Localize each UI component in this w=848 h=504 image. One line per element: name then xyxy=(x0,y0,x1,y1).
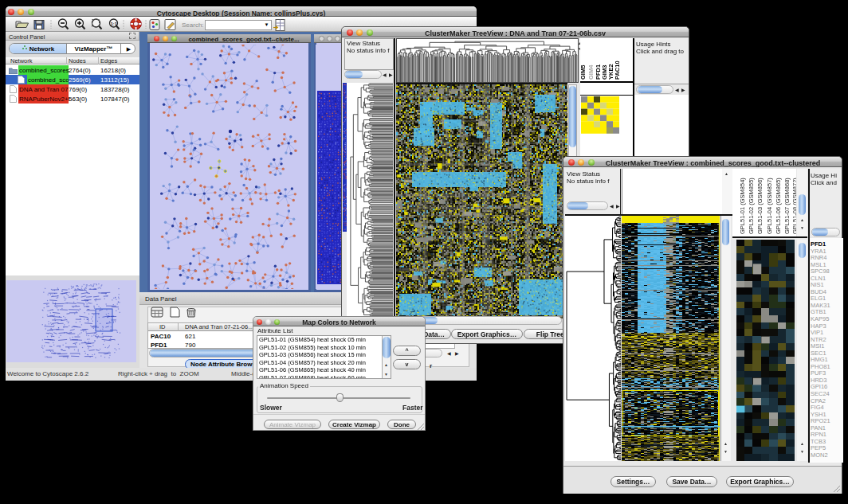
svg-text:1:1: 1:1 xyxy=(111,21,117,26)
